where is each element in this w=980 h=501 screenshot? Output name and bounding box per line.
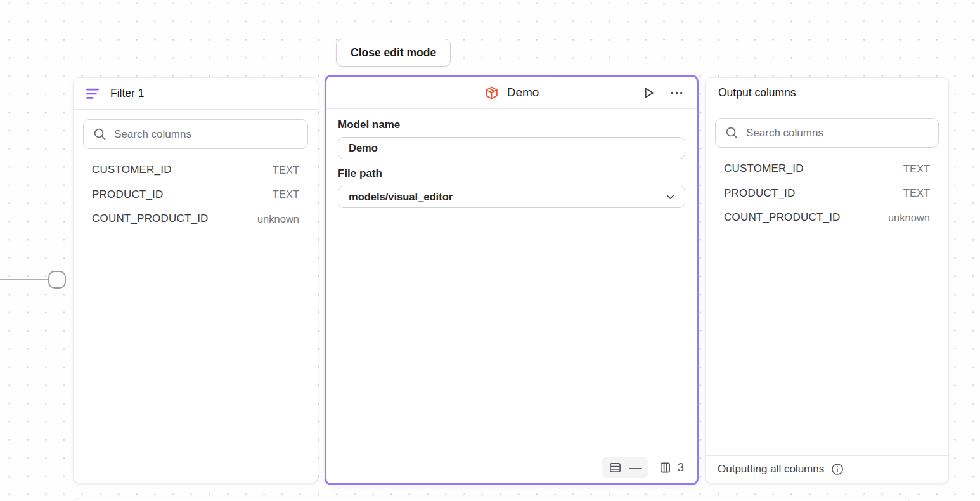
column-type: unknown bbox=[888, 212, 930, 224]
filter-panel-title: Filter 1 bbox=[110, 87, 144, 100]
search-icon bbox=[93, 127, 106, 141]
column-type: TEXT bbox=[273, 164, 299, 176]
filter-node-panel[interactable]: Filter 1 CUSTOMER_ID TEXT PRODUCT_ID bbox=[73, 77, 318, 483]
column-row[interactable]: COUNT_PRODUCT_ID unknown bbox=[83, 207, 308, 231]
node-editor-canvas[interactable]: Close edit mode Filter 1 bbox=[0, 0, 980, 501]
column-row[interactable]: CUSTOMER_ID TEXT bbox=[715, 157, 939, 181]
play-icon bbox=[642, 86, 656, 100]
file-path-label: File path bbox=[338, 167, 685, 180]
column-row[interactable]: COUNT_PRODUCT_ID unknown bbox=[715, 205, 939, 230]
filter-search-box[interactable] bbox=[83, 119, 308, 149]
output-search-input[interactable] bbox=[746, 127, 929, 140]
column-name: CUSTOMER_ID bbox=[92, 164, 172, 176]
filter-panel-header: Filter 1 bbox=[74, 78, 318, 110]
column-count-value: 3 bbox=[678, 460, 684, 474]
connection-port-handle[interactable] bbox=[48, 271, 66, 289]
column-row[interactable]: CUSTOMER_ID TEXT bbox=[83, 158, 308, 183]
model-cube-icon bbox=[484, 86, 499, 100]
column-type: TEXT bbox=[903, 163, 930, 175]
column-type: TEXT bbox=[903, 187, 930, 199]
info-icon bbox=[831, 463, 844, 476]
column-name: CUSTOMER_ID bbox=[724, 162, 804, 175]
model-name-input[interactable] bbox=[338, 137, 685, 159]
chevron-down-icon bbox=[665, 192, 676, 202]
ellipsis-icon bbox=[669, 86, 684, 100]
bottom-panel-edge bbox=[73, 498, 911, 501]
output-info-button[interactable] bbox=[830, 462, 845, 477]
filter-column-list: CUSTOMER_ID TEXT PRODUCT_ID TEXT COUNT_P… bbox=[83, 158, 308, 231]
file-path-dropdown[interactable]: models/visual_editor bbox=[338, 186, 685, 208]
model-panel-title: Demo bbox=[507, 86, 539, 100]
outputting-all-columns-text: Outputting all columns bbox=[718, 463, 824, 476]
row-count-value: — bbox=[629, 462, 642, 474]
column-count-indicator[interactable]: 3 bbox=[659, 460, 684, 474]
output-panel-header: Output columns bbox=[706, 78, 948, 108]
columns-icon bbox=[659, 461, 672, 474]
output-column-list: CUSTOMER_ID TEXT PRODUCT_ID TEXT COUNT_P… bbox=[715, 157, 939, 230]
output-panel-footer: Outputting all columns bbox=[706, 455, 948, 483]
file-path-value: models/visual_editor bbox=[349, 191, 453, 203]
output-panel-title: Output columns bbox=[718, 86, 796, 100]
row-count-toggle[interactable]: — bbox=[602, 457, 648, 478]
column-name: COUNT_PRODUCT_ID bbox=[92, 212, 209, 225]
model-panel-header: Demo bbox=[326, 77, 697, 109]
filter-search-input[interactable] bbox=[114, 128, 298, 141]
output-search-box[interactable] bbox=[715, 118, 939, 148]
model-node-panel[interactable]: Demo Mo bbox=[325, 75, 699, 485]
search-icon bbox=[725, 126, 738, 140]
column-row[interactable]: PRODUCT_ID TEXT bbox=[715, 181, 939, 206]
close-edit-mode-button[interactable]: Close edit mode bbox=[336, 39, 451, 67]
column-name: PRODUCT_ID bbox=[724, 187, 796, 200]
column-name: PRODUCT_ID bbox=[92, 188, 164, 201]
edge-connector-line bbox=[0, 279, 49, 280]
output-columns-panel[interactable]: Output columns CUSTOMER_ID TEXT PRODU bbox=[705, 77, 949, 483]
more-options-button[interactable] bbox=[668, 84, 685, 101]
run-model-button[interactable] bbox=[640, 84, 657, 101]
rows-icon bbox=[609, 461, 622, 474]
filter-icon bbox=[86, 88, 99, 100]
model-name-label: Model name bbox=[338, 119, 685, 131]
column-type: TEXT bbox=[273, 188, 299, 200]
column-row[interactable]: PRODUCT_ID TEXT bbox=[83, 183, 308, 207]
column-type: unknown bbox=[257, 213, 299, 225]
column-name: COUNT_PRODUCT_ID bbox=[724, 211, 841, 224]
